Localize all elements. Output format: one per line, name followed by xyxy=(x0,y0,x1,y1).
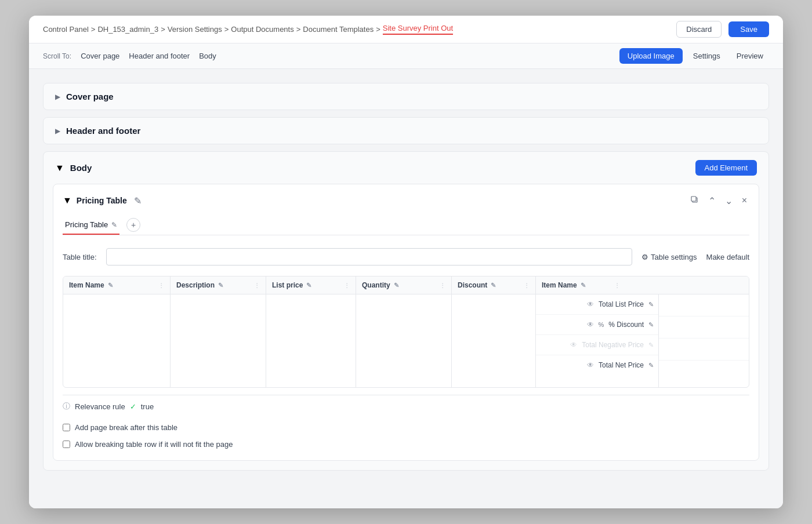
header-footer-section: ▶ Header and footer xyxy=(43,117,769,144)
col-drag-icon: ⋮ xyxy=(158,282,164,289)
preview-button[interactable]: Preview xyxy=(731,48,769,64)
table-title-label: Table title: xyxy=(63,253,97,261)
duplicate-icon[interactable] xyxy=(687,194,701,208)
make-default-button[interactable]: Make default xyxy=(706,253,749,261)
close-icon[interactable]: × xyxy=(740,194,749,207)
pricing-table-chevron-icon[interactable]: ▼ xyxy=(63,195,72,206)
col-header-item-name-edit-icon[interactable]: ✎ xyxy=(108,282,113,289)
nav-sep-3: > xyxy=(224,25,229,34)
cover-page-chevron-icon: ▶ xyxy=(55,93,60,101)
nav-item-admin[interactable]: DH_153_admin_3 xyxy=(97,25,158,34)
col-drag-desc-icon: ⋮ xyxy=(254,282,260,289)
tab-row: Pricing Table ✎ + xyxy=(63,217,749,235)
relevance-rule-row: ⓘ Relevance rule ✓ true xyxy=(63,395,749,417)
scroll-links: Cover page Header and footer Body xyxy=(81,52,216,60)
move-down-icon[interactable]: ⌄ xyxy=(723,194,735,208)
total-net-price-label: Total Net Price xyxy=(599,361,644,369)
summary-total-list-price: 👁 Total List Price ✎ xyxy=(536,294,658,315)
col-header-qty-edit-icon[interactable]: ✎ xyxy=(394,282,399,289)
cover-page-header[interactable]: ▶ Cover page xyxy=(44,83,768,110)
edit-negative-price-icon[interactable]: ✎ xyxy=(648,341,654,349)
header-footer-header[interactable]: ▶ Header and footer xyxy=(44,118,768,144)
table-body: 👁 Total List Price ✎ 👁 % % Discount xyxy=(63,294,749,387)
value-cells-col xyxy=(659,294,749,387)
col-header-description-label: Description xyxy=(176,281,215,289)
relevance-value: true xyxy=(141,402,154,411)
col-header-discount-label: Discount xyxy=(458,281,487,289)
table-title-input[interactable] xyxy=(106,248,633,265)
col-header-in2-edit-icon[interactable]: ✎ xyxy=(581,282,586,289)
checkbox-area: Add page break after this table Allow br… xyxy=(63,417,749,451)
eye-icon-discount[interactable]: 👁 xyxy=(587,321,594,329)
col-header-description: Description ✎ ⋮ xyxy=(171,276,266,294)
table-settings-button[interactable]: ⚙ Table settings xyxy=(641,253,697,261)
col-header-disc-edit-icon[interactable]: ✎ xyxy=(491,282,496,289)
edit-net-price-icon[interactable]: ✎ xyxy=(648,362,654,369)
discount-col xyxy=(452,294,536,387)
col-header-list-price-label: List price xyxy=(272,281,303,289)
nav-sep-1: > xyxy=(91,25,96,34)
col-header-desc-edit-icon[interactable]: ✎ xyxy=(218,282,223,289)
move-up-icon[interactable]: ⌃ xyxy=(706,194,718,208)
col-header-item-name: Item Name ✎ ⋮ xyxy=(63,276,171,294)
help-icon: ⓘ xyxy=(63,401,70,412)
description-col xyxy=(171,294,266,387)
eye-icon-net-price[interactable]: 👁 xyxy=(587,361,594,369)
page-break-label: Add page break after this table xyxy=(75,423,177,432)
tab-label: Pricing Table xyxy=(65,220,108,229)
body-section: ▼ Body Add Element ▼ Pricing Table ✎ xyxy=(43,151,769,471)
save-button[interactable]: Save xyxy=(728,21,769,37)
pricing-table-heading: Pricing Table xyxy=(77,196,127,205)
add-element-button[interactable]: Add Element xyxy=(695,160,757,176)
body-section-header: ▼ Body Add Element xyxy=(44,152,768,184)
scroll-body[interactable]: Body xyxy=(199,52,216,60)
item-name-col xyxy=(63,294,171,387)
col-header-item-name-2: Item Name ✎ ⋮ xyxy=(536,276,626,294)
nav-item-control-panel[interactable]: Control Panel xyxy=(43,25,89,34)
pricing-table-tab[interactable]: Pricing Table ✎ xyxy=(63,217,119,235)
table-title-row: Table title: ⚙ Table settings Make defau… xyxy=(63,245,749,269)
col-header-item-name-label: Item Name xyxy=(69,281,104,289)
eye-icon-negative-price[interactable]: 👁 xyxy=(570,341,577,349)
nav-item-output[interactable]: Output Documents xyxy=(231,25,293,34)
edit-discount-icon[interactable]: ✎ xyxy=(648,321,654,329)
page-break-checkbox-row[interactable]: Add page break after this table xyxy=(63,421,749,434)
nav-item-version[interactable]: Version Settings xyxy=(168,25,222,34)
nav-item-site-survey[interactable]: Site Survey Print Out xyxy=(383,24,453,35)
list-price-col xyxy=(266,294,356,387)
value-cell-negative-price xyxy=(659,339,749,361)
discount-label: % Discount xyxy=(608,321,644,329)
allow-break-checkbox-row[interactable]: Allow breaking table row if it will not … xyxy=(63,438,749,451)
discard-button[interactable]: Discard xyxy=(676,21,722,38)
value-cell-list-price xyxy=(659,294,749,316)
edit-total-list-price-icon[interactable]: ✎ xyxy=(648,301,654,308)
col-drag-in2-icon: ⋮ xyxy=(614,282,620,289)
pricing-table-edit-icon[interactable]: ✎ xyxy=(132,194,144,208)
col-drag-lp-icon: ⋮ xyxy=(344,282,350,289)
body-chevron-icon[interactable]: ▼ xyxy=(55,163,64,173)
page-break-checkbox[interactable] xyxy=(63,424,70,431)
header-footer-chevron-icon: ▶ xyxy=(55,127,60,135)
scroll-header-footer[interactable]: Header and footer xyxy=(129,52,190,60)
allow-break-checkbox[interactable] xyxy=(63,441,70,448)
svg-rect-1 xyxy=(691,196,696,201)
column-headers: Item Name ✎ ⋮ Description ✎ ⋮ List price… xyxy=(63,276,749,294)
tab-edit-icon[interactable]: ✎ xyxy=(111,221,117,229)
add-tab-button[interactable]: + xyxy=(126,218,140,232)
pricing-table-card: ▼ Pricing Table ✎ ⌃ ⌄ × xyxy=(53,184,759,461)
col-header-list-price-edit-icon[interactable]: ✎ xyxy=(306,282,311,289)
gear-icon: ⚙ xyxy=(641,253,648,261)
pricing-table-content: Item Name ✎ ⋮ Description ✎ ⋮ List price… xyxy=(63,276,749,388)
total-negative-price-label: Total Negative Price xyxy=(582,341,644,349)
pct-label: % xyxy=(599,321,604,328)
nav-item-templates[interactable]: Document Templates xyxy=(303,25,374,34)
eye-icon-list-price[interactable]: 👁 xyxy=(587,300,594,308)
discount-summary-area: 👁 Total List Price ✎ 👁 % % Discount xyxy=(452,294,749,387)
settings-button[interactable]: Settings xyxy=(687,48,726,64)
summary-total-negative-price: 👁 Total Negative Price ✎ xyxy=(536,335,658,355)
upload-image-button[interactable]: Upload Image xyxy=(619,48,683,64)
nav-sep-4: > xyxy=(296,25,301,34)
scroll-cover-page[interactable]: Cover page xyxy=(81,52,119,60)
scroll-bar: Scroll To: Cover page Header and footer … xyxy=(29,43,783,69)
col-drag-qty-icon: ⋮ xyxy=(440,282,445,289)
